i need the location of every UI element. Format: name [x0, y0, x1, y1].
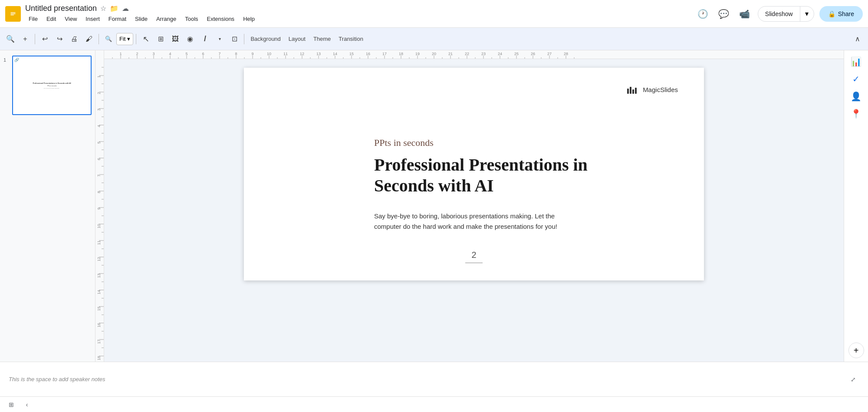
slide-description[interactable]: Say bye-bye to boring, laborious present…	[374, 211, 582, 232]
share-button[interactable]: 🔒 Share	[819, 6, 863, 22]
toolbar-separator-3	[136, 34, 136, 44]
collapse-toolbar-icon[interactable]: ∧	[851, 32, 865, 46]
shape-tool[interactable]: ◉	[183, 32, 197, 46]
redo-tool[interactable]: ↪	[53, 32, 66, 46]
zoom-value: Fit	[119, 36, 125, 42]
svg-rect-3	[11, 14, 14, 15]
zoom-add-tool[interactable]: +	[18, 32, 32, 46]
line-tool[interactable]: /	[198, 32, 212, 46]
thumb-title: Professional Presentations in Seconds wi…	[33, 82, 71, 84]
h-ruler-canvas	[104, 50, 844, 59]
rs-sheets-icon[interactable]: 📊	[848, 54, 864, 69]
title-bar-right: 🕐 💬 📹 Slideshow ▾ 🔒 Share	[695, 6, 863, 22]
select-tool[interactable]: ↖	[139, 32, 153, 46]
toolbar-separator-2	[99, 34, 99, 44]
app-logo	[5, 6, 21, 22]
toolbar-separator-4	[244, 34, 244, 44]
line-dropdown[interactable]: ▾	[213, 32, 227, 46]
comments-icon[interactable]: 💬	[716, 6, 732, 22]
image-tool[interactable]: 🖼	[168, 32, 182, 46]
slide-page-number: 2	[465, 250, 483, 263]
slideshow-main-button[interactable]: Slideshow	[758, 7, 800, 21]
bottom-bar: ⊞ ‹	[0, 396, 868, 412]
slide-brand: MagicSlides	[627, 85, 678, 94]
theme-btn[interactable]: Theme	[310, 36, 334, 42]
svg-rect-1	[11, 12, 16, 13]
slideshow-dropdown-button[interactable]: ▾	[800, 7, 814, 21]
menu-format[interactable]: Format	[105, 14, 130, 24]
title-info: Untitled presentation ☆ 📁 ☁ File Edit Vi…	[25, 4, 695, 24]
v-ruler-canvas	[95, 59, 104, 362]
svg-rect-2	[11, 13, 16, 14]
ruler-horizontal	[104, 50, 844, 59]
slide-canvas-scroll[interactable]: MagicSlides PPts in seconds Professional…	[104, 59, 844, 362]
background-btn[interactable]: Background	[247, 36, 284, 42]
slide-thumbnail-container-1[interactable]: 1 🔗 Professional Presentations in Second…	[0, 54, 95, 117]
grid-view-btn[interactable]: ⊞	[5, 399, 17, 411]
slide-options: Background Layout Theme Transition	[247, 36, 367, 42]
slideshow-button-group: Slideshow ▾	[758, 6, 814, 22]
toolbar: 🔍 + ↩ ↪ 🖨 🖌 🔍 Fit ▾ ↖ ⊞ 🖼 ◉ / ▾ ⊡ Backgr…	[0, 28, 868, 50]
menu-edit[interactable]: Edit	[43, 14, 59, 24]
speaker-notes: This is the space to add speaker notes ⤢	[0, 362, 868, 396]
menu-extensions[interactable]: Extensions	[204, 14, 238, 24]
zoom-dropdown-icon: ▾	[127, 36, 130, 42]
menu-help[interactable]: Help	[240, 14, 258, 24]
right-sidebar: 📊 ✓ 👤 📍 +	[844, 50, 868, 362]
slide-main-title[interactable]: Professional Presentations in Seconds wi…	[374, 155, 635, 196]
zoom-out-tool[interactable]: 🔍	[102, 32, 115, 46]
search-tool[interactable]: 🔍	[3, 32, 17, 46]
menu-arrange[interactable]: Arrange	[153, 14, 180, 24]
slide-thumbnail-1[interactable]: 🔗 Professional Presentations in Seconds …	[12, 56, 92, 115]
collapse-panel-btn[interactable]: ‹	[21, 399, 33, 411]
main-area: 1 🔗 Professional Presentations in Second…	[0, 50, 868, 362]
paint-format-tool[interactable]: 🖌	[82, 32, 96, 46]
menu-file[interactable]: File	[25, 14, 41, 24]
video-call-icon[interactable]: 📹	[737, 6, 753, 22]
rs-tasks-icon[interactable]: ✓	[848, 71, 864, 87]
rs-contacts-icon[interactable]: 👤	[848, 89, 864, 104]
slide-tagline: PPts in seconds	[374, 137, 434, 148]
expand-notes-icon[interactable]: ⤢	[847, 373, 859, 386]
rs-maps-icon[interactable]: 📍	[848, 106, 864, 122]
transition-btn[interactable]: Transition	[335, 36, 367, 42]
slide-number-1: 1	[3, 56, 12, 63]
ruler-corner	[95, 50, 104, 59]
history-icon[interactable]: 🕐	[695, 6, 711, 22]
page-number-value: 2	[471, 250, 476, 260]
cloud-icon[interactable]: ☁	[122, 4, 129, 13]
toolbar-right: ∧	[851, 32, 865, 46]
print-tool[interactable]: 🖨	[67, 32, 81, 46]
thumb-body: Say bye-bye to boring, laborious...	[44, 88, 60, 89]
menu-view[interactable]: View	[61, 14, 80, 24]
undo-tool[interactable]: ↩	[38, 32, 52, 46]
slides-panel: 1 🔗 Professional Presentations in Second…	[0, 50, 95, 362]
layout-btn[interactable]: Layout	[285, 36, 309, 42]
folder-icon[interactable]: 📁	[110, 4, 118, 13]
menu-insert[interactable]: Insert	[82, 14, 103, 24]
thumb-link-icon: 🔗	[14, 58, 19, 62]
align-tool[interactable]: ⊡	[227, 32, 241, 46]
doc-title-row: Untitled presentation ☆ 📁 ☁	[25, 4, 695, 13]
thumb-tagline: PPts in seconds	[47, 85, 57, 87]
page-number-line	[465, 263, 483, 263]
frame-tool[interactable]: ⊞	[154, 32, 168, 46]
lock-icon: 🔒	[828, 10, 835, 17]
bottom-area: This is the space to add speaker notes ⤢…	[0, 362, 868, 412]
notes-placeholder[interactable]: This is the space to add speaker notes	[9, 376, 105, 382]
rs-add-button[interactable]: +	[848, 343, 864, 358]
canvas-with-ruler: MagicSlides PPts in seconds Professional…	[95, 59, 844, 362]
canvas-area: MagicSlides PPts in seconds Professional…	[95, 50, 844, 362]
title-bar: Untitled presentation ☆ 📁 ☁ File Edit Vi…	[0, 0, 868, 28]
ruler-top	[95, 50, 844, 59]
menu-tools[interactable]: Tools	[181, 14, 201, 24]
brand-icon	[627, 85, 639, 94]
menu-slide[interactable]: Slide	[132, 14, 151, 24]
star-icon[interactable]: ☆	[100, 4, 106, 13]
ruler-vertical	[95, 59, 104, 362]
menu-bar: File Edit View Insert Format Slide Arran…	[25, 14, 695, 24]
doc-title[interactable]: Untitled presentation	[25, 4, 97, 13]
slide-canvas[interactable]: MagicSlides PPts in seconds Professional…	[244, 68, 704, 280]
toolbar-separator-1	[35, 34, 35, 44]
zoom-select[interactable]: Fit ▾	[116, 33, 133, 45]
